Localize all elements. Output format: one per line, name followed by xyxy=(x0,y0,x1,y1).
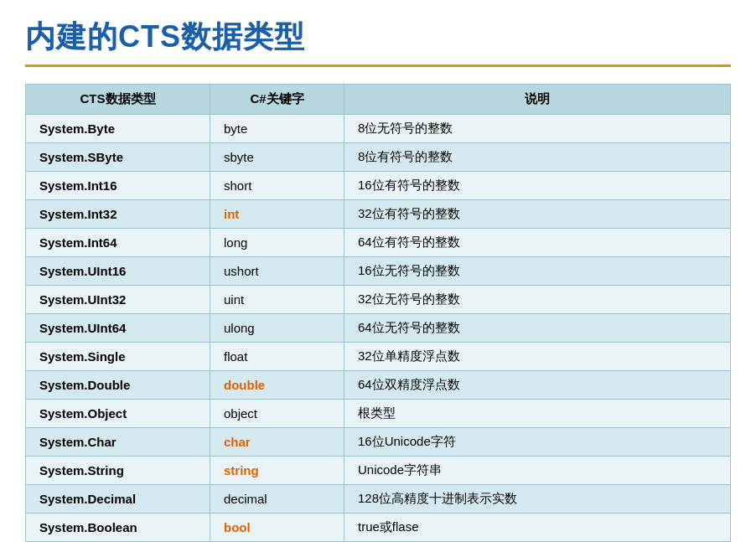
cell-keyword: bool xyxy=(210,514,344,542)
highlighted-keyword: char xyxy=(224,435,251,449)
cell-desc: 32位单精度浮点数 xyxy=(344,343,731,371)
cell-desc: 8位无符号的整数 xyxy=(344,115,731,143)
cell-keyword: char xyxy=(210,428,344,457)
table-header-row: CTS数据类型 C#关键字 说明 xyxy=(26,85,731,115)
cell-keyword: float xyxy=(210,343,344,371)
cts-data-table: CTS数据类型 C#关键字 说明 System.Bytebyte8位无符号的整数… xyxy=(25,84,731,542)
cell-keyword: double xyxy=(210,371,344,400)
table-row: System.Int16short16位有符号的整数 xyxy=(26,172,731,200)
cell-cts: System.UInt32 xyxy=(26,286,210,314)
cell-cts: System.SByte xyxy=(26,143,210,172)
cell-cts: System.Object xyxy=(26,400,210,428)
table-row: System.Booleanbooltrue或flase xyxy=(26,514,731,542)
table-row: System.UInt16ushort16位无符号的整数 xyxy=(26,257,731,286)
cell-keyword: short xyxy=(210,172,344,200)
cell-keyword: ushort xyxy=(210,257,344,286)
highlighted-keyword: int xyxy=(224,207,239,221)
cell-cts: System.String xyxy=(26,457,210,485)
cell-cts: System.UInt16 xyxy=(26,257,210,286)
table-row: System.Singlefloat32位单精度浮点数 xyxy=(26,343,731,371)
cell-cts: System.Boolean xyxy=(26,514,210,542)
table-row: System.Decimaldecimal128位高精度十进制表示实数 xyxy=(26,485,731,514)
cell-keyword: string xyxy=(210,457,344,485)
cell-desc: 16位有符号的整数 xyxy=(344,172,731,200)
header-desc: 说明 xyxy=(344,85,731,115)
page-title: 内建的CTS数据类型 xyxy=(25,17,731,58)
cell-keyword: byte xyxy=(210,115,344,143)
cell-desc: 64位双精度浮点数 xyxy=(344,371,731,400)
cell-desc: 根类型 xyxy=(344,400,731,428)
table-row: System.UInt64ulong64位无符号的整数 xyxy=(26,314,731,343)
table-row: System.Objectobject根类型 xyxy=(26,400,731,428)
cell-desc: 128位高精度十进制表示实数 xyxy=(344,485,731,514)
table-row: System.Bytebyte8位无符号的整数 xyxy=(26,115,731,143)
cell-desc: true或flase xyxy=(344,514,731,542)
cell-cts: System.UInt64 xyxy=(26,314,210,343)
table-row: System.Int64long64位有符号的整数 xyxy=(26,229,731,257)
cell-cts: System.Single xyxy=(26,343,210,371)
cell-desc: 16位无符号的整数 xyxy=(344,257,731,286)
title-divider xyxy=(25,65,731,67)
table-row: System.StringstringUnicode字符串 xyxy=(26,457,731,485)
cell-desc: 64位有符号的整数 xyxy=(344,229,731,257)
highlighted-keyword: double xyxy=(224,378,265,392)
cell-keyword: long xyxy=(210,229,344,257)
table-row: System.SBytesbyte8位有符号的整数 xyxy=(26,143,731,172)
highlighted-keyword: bool xyxy=(224,520,251,534)
cell-cts: System.Char xyxy=(26,428,210,457)
header-keyword: C#关键字 xyxy=(210,85,344,115)
cell-keyword: uint xyxy=(210,286,344,314)
cell-cts: System.Decimal xyxy=(26,485,210,514)
cell-keyword: object xyxy=(210,400,344,428)
table-row: System.Doubledouble64位双精度浮点数 xyxy=(26,371,731,400)
highlighted-keyword: string xyxy=(224,463,259,477)
cell-desc: 16位Unicode字符 xyxy=(344,428,731,457)
cell-cts: System.Int32 xyxy=(26,200,210,229)
cell-desc: 64位无符号的整数 xyxy=(344,314,731,343)
cell-desc: 8位有符号的整数 xyxy=(344,143,731,172)
cell-keyword: sbyte xyxy=(210,143,344,172)
cell-keyword: ulong xyxy=(210,314,344,343)
cell-keyword: int xyxy=(210,200,344,229)
cell-cts: System.Byte xyxy=(26,115,210,143)
cell-cts: System.Double xyxy=(26,371,210,400)
header-cts: CTS数据类型 xyxy=(26,85,210,115)
cell-cts: System.Int64 xyxy=(26,229,210,257)
table-row: System.Int32int32位有符号的整数 xyxy=(26,200,731,229)
table-row: System.Charchar16位Unicode字符 xyxy=(26,428,731,457)
cell-cts: System.Int16 xyxy=(26,172,210,200)
table-row: System.UInt32uint32位无符号的整数 xyxy=(26,286,731,314)
cell-keyword: decimal xyxy=(210,485,344,514)
cell-desc: Unicode字符串 xyxy=(344,457,731,485)
cell-desc: 32位无符号的整数 xyxy=(344,286,731,314)
cell-desc: 32位有符号的整数 xyxy=(344,200,731,229)
